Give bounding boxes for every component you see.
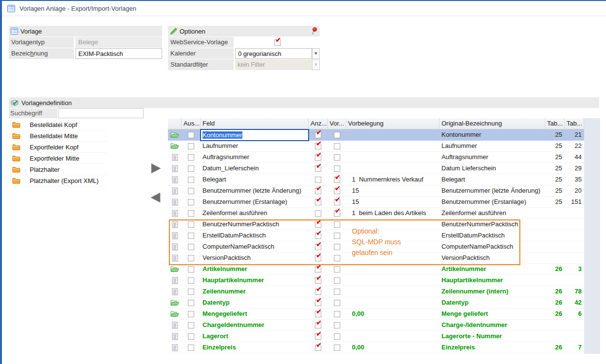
row-type-cell[interactable]: [168, 331, 182, 342]
anz-checkbox[interactable]: ✔: [315, 333, 321, 340]
vorbelegung-cell[interactable]: [346, 264, 440, 274]
original-bezeichnung-cell[interactable]: VersionPacktisch: [440, 253, 545, 263]
vorbelegung-cell[interactable]: [346, 141, 440, 151]
aus-cell[interactable]: [182, 253, 201, 263]
tab1-cell[interactable]: [545, 230, 565, 241]
column-header-vor[interactable]: Vor...: [328, 118, 346, 129]
tab1-cell[interactable]: 26: [545, 286, 565, 297]
original-bezeichnung-cell[interactable]: Einzelpreis: [440, 342, 545, 353]
column-header-vorbelegung[interactable]: Vorbelegung: [346, 118, 440, 129]
row-type-cell[interactable]: [168, 174, 182, 185]
aus-cell[interactable]: [182, 230, 201, 241]
anz-cell[interactable]: ✔: [309, 297, 328, 308]
table-row[interactable]: ComputerNamePacktisch✔ComputerNamePackti…: [168, 241, 584, 253]
aus-cell[interactable]: [182, 286, 201, 297]
vor-cell[interactable]: [328, 331, 346, 342]
vorbelegung-cell[interactable]: [346, 129, 440, 140]
anz-checkbox[interactable]: ✔: [315, 345, 321, 351]
vor-cell[interactable]: [328, 219, 346, 230]
tab2-cell[interactable]: 21: [565, 129, 584, 140]
vor-cell[interactable]: ✔: [328, 174, 346, 185]
tab2-cell[interactable]: 3: [565, 264, 584, 274]
aus-cell[interactable]: [182, 219, 201, 230]
row-type-cell[interactable]: [168, 264, 182, 274]
vor-cell[interactable]: [328, 129, 346, 140]
anz-checkbox[interactable]: ✔: [315, 244, 321, 250]
table-row[interactable]: Hauptartikelnummer✔Hauptartikelnummer: [168, 275, 584, 286]
vor-checkbox[interactable]: [334, 277, 340, 284]
vor-cell[interactable]: [328, 241, 346, 252]
webservice-checkbox[interactable]: ✔: [275, 39, 281, 46]
column-header-icon[interactable]: [168, 118, 182, 129]
table-row[interactable]: Laufnummer✔Laufnummer2522: [168, 141, 584, 152]
table-row[interactable]: Kontonummer✔Kontonummer2521: [168, 129, 584, 141]
vorbelegung-cell[interactable]: 0,00: [346, 342, 440, 353]
vorbelegung-cell[interactable]: 1 beim Laden des Artikels: [346, 208, 440, 218]
tab1-cell[interactable]: 26: [545, 342, 565, 353]
tab2-cell[interactable]: [565, 230, 584, 241]
folder-item[interactable]: Exportfelder Mitte: [9, 153, 106, 164]
bezeichnung-input[interactable]: [75, 48, 162, 59]
original-bezeichnung-cell[interactable]: ErstellDatumPacktisch: [440, 230, 545, 241]
vor-checkbox[interactable]: [334, 322, 340, 328]
row-type-cell[interactable]: [168, 275, 182, 286]
original-bezeichnung-cell[interactable]: Benutzernummer (Erstanlage): [440, 197, 545, 207]
anz-checkbox[interactable]: ✔: [315, 277, 321, 284]
vor-checkbox[interactable]: [334, 165, 340, 172]
table-row[interactable]: Zeilenformel ausführen✔1 beim Laden des …: [168, 208, 584, 219]
column-header-anz[interactable]: Anz...: [309, 118, 328, 129]
table-row[interactable]: Benutzernummer (Erstanlage)✔✔15Benutzern…: [168, 197, 584, 208]
vor-cell[interactable]: [328, 152, 346, 163]
aus-checkbox[interactable]: [188, 345, 194, 351]
table-row[interactable]: VersionPacktisch✔VersionPacktisch: [168, 253, 584, 264]
anz-cell[interactable]: ✔: [309, 264, 328, 274]
row-type-cell[interactable]: [168, 152, 182, 163]
vor-cell[interactable]: [328, 342, 346, 353]
tab1-cell[interactable]: 25: [545, 197, 565, 207]
table-row[interactable]: BenutzerNummerPacktisch✔BenutzerNummerPa…: [168, 219, 584, 230]
vor-checkbox[interactable]: ✔: [334, 188, 340, 194]
aus-checkbox[interactable]: [188, 188, 194, 194]
anz-cell[interactable]: ✔: [309, 163, 328, 174]
vorbelegung-cell[interactable]: [346, 297, 440, 308]
row-type-cell[interactable]: [168, 208, 182, 218]
row-type-cell[interactable]: [168, 342, 182, 353]
vor-checkbox[interactable]: ✔: [334, 199, 340, 205]
row-type-cell[interactable]: [168, 320, 182, 330]
anz-cell[interactable]: ✔: [309, 253, 328, 263]
feld-cell[interactable]: Einzelpreis: [201, 342, 309, 353]
table-row[interactable]: Auftragsnummer✔Auftragsnummer2544: [168, 152, 584, 163]
anz-cell[interactable]: ✔: [309, 309, 328, 319]
tab1-cell[interactable]: 25: [545, 129, 565, 140]
aus-cell[interactable]: [182, 152, 201, 163]
aus-cell[interactable]: [182, 342, 201, 353]
feld-cell[interactable]: VersionPacktisch: [201, 253, 309, 263]
aus-cell[interactable]: [182, 241, 201, 252]
vor-checkbox[interactable]: [334, 143, 340, 149]
vor-checkbox[interactable]: [334, 300, 340, 306]
vor-cell[interactable]: [328, 230, 346, 241]
aus-cell[interactable]: [182, 264, 201, 274]
row-type-cell[interactable]: [168, 309, 182, 319]
folder-item[interactable]: Platzhalter (Export XML): [9, 175, 106, 186]
anz-cell[interactable]: ✔: [309, 320, 328, 330]
tab2-cell[interactable]: 35: [565, 174, 584, 185]
vor-checkbox[interactable]: [334, 132, 340, 138]
vor-cell[interactable]: [328, 141, 346, 151]
folder-item[interactable]: Bestelldatei Mitte: [9, 130, 106, 142]
vorbelegung-cell[interactable]: [346, 241, 440, 252]
aus-cell[interactable]: [182, 163, 201, 174]
anz-cell[interactable]: ✔: [309, 219, 328, 230]
row-type-cell[interactable]: [168, 129, 182, 140]
vor-checkbox[interactable]: ✔: [334, 210, 340, 217]
move-right-button[interactable]: [149, 162, 163, 175]
table-row[interactable]: Benutzernummer (letzte Änderung)✔✔15Benu…: [168, 185, 584, 197]
tab2-cell[interactable]: [565, 275, 584, 286]
feld-cell[interactable]: Belegart: [201, 174, 309, 185]
vor-checkbox[interactable]: [334, 244, 340, 250]
aus-checkbox[interactable]: [188, 300, 194, 306]
aus-checkbox[interactable]: [188, 311, 194, 317]
feld-cell[interactable]: Laufnummer: [201, 141, 309, 151]
row-type-cell[interactable]: [168, 219, 182, 230]
original-bezeichnung-cell[interactable]: Auftragsnummer: [440, 152, 545, 163]
